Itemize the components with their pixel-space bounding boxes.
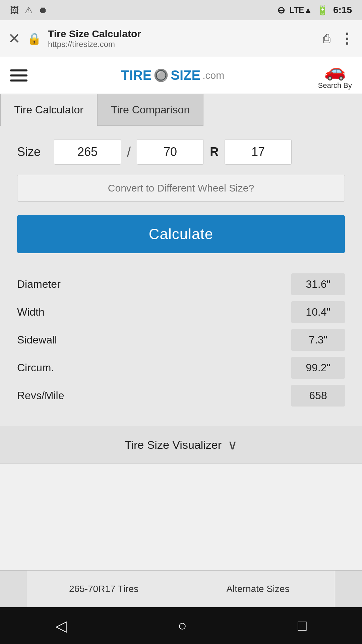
search-by-label: Search By [318, 81, 352, 90]
signal-icon: LTE▲ [290, 5, 312, 15]
revs-value: 658 [291, 385, 345, 407]
result-revs: Revs/Mile 658 [17, 385, 345, 407]
status-icons: 🖼 ⚠ ⏺ [10, 5, 47, 15]
clock: 6:15 [333, 5, 352, 15]
visualizer-row[interactable]: Tire Size Visualizer ∨ [0, 426, 362, 463]
result-width: Width 10.4" [17, 301, 345, 323]
share-icon[interactable]: ⎙ [323, 32, 330, 46]
result-diameter: Diameter 31.6" [17, 273, 345, 295]
recents-button[interactable]: □ [298, 617, 307, 634]
hamburger-menu[interactable] [10, 69, 27, 82]
bottom-tab-left-side [0, 571, 27, 607]
search-by-button[interactable]: 🚗 Search By [318, 61, 352, 90]
calculate-button[interactable]: Calculate [17, 215, 345, 253]
calculator-card: Tire Calculator Tire Comparison Size / R… [0, 94, 362, 464]
mute-icon: ⊖ [277, 5, 285, 16]
logo: TIRE 🔘 SIZE .com [121, 68, 224, 83]
browser-actions: ⎙ ⋮ [323, 30, 354, 47]
close-tab-button[interactable]: ✕ [8, 30, 20, 47]
content-spacer [0, 464, 362, 570]
more-menu-icon[interactable]: ⋮ [340, 30, 354, 47]
main-content: Tire Calculator Tire Comparison Size / R… [0, 94, 362, 607]
status-right: ⊖ LTE▲ 🔋 6:15 [277, 5, 352, 16]
tab-tire-calculator[interactable]: Tire Calculator [0, 94, 97, 126]
result-circum: Circum. 99.2" [17, 357, 345, 379]
bottom-tabs: 265-70R17 Tires Alternate Sizes [0, 570, 362, 607]
back-button[interactable]: ◁ [55, 617, 67, 634]
result-sidewall: Sidewall 7.3" [17, 329, 345, 351]
size-label: Size [17, 145, 44, 159]
lock-icon: 🔒 [27, 32, 41, 45]
app-header: TIRE 🔘 SIZE .com 🚗 Search By [0, 57, 362, 94]
width-value: 10.4" [291, 301, 345, 323]
bottom-tab-alternate[interactable]: Alternate Sizes [181, 571, 335, 607]
rim-diameter-input[interactable] [225, 139, 292, 165]
status-bar: 🖼 ⚠ ⏺ ⊖ LTE▲ 🔋 6:15 [0, 0, 362, 20]
browser-chrome: ✕ 🔒 Tire Size Calculator https://tiresiz… [0, 20, 362, 57]
record-icon: ⏺ [39, 5, 47, 15]
battery-icon: 🔋 [317, 5, 328, 16]
sidewall-label: Sidewall [17, 334, 57, 346]
browser-url: https://tiresize.com [48, 40, 316, 49]
car-icon: 🚗 [324, 61, 346, 81]
visualizer-label: Tire Size Visualizer [125, 438, 222, 451]
diameter-label: Diameter [17, 278, 61, 290]
circum-label: Circum. [17, 362, 54, 374]
width-input[interactable] [54, 139, 121, 165]
revs-label: Revs/Mile [17, 389, 64, 402]
aspect-ratio-input[interactable] [137, 139, 204, 165]
tab-tire-comparison[interactable]: Tire Comparison [97, 94, 203, 126]
warning-icon: ⚠ [25, 5, 33, 15]
convert-wheel-size-input[interactable] [17, 175, 345, 202]
logo-tire: TIRE [121, 68, 152, 83]
bottom-tab-right-side [335, 571, 362, 607]
size-input-row: Size / R [0, 126, 362, 171]
sidewall-value: 7.3" [291, 329, 345, 351]
logo-size: SIZE [171, 68, 200, 83]
logo-domain: .com [202, 70, 224, 81]
browser-title: Tire Size Calculator [48, 28, 316, 40]
nav-bar: ◁ ○ □ [0, 607, 362, 644]
browser-title-block: Tire Size Calculator https://tiresize.co… [48, 28, 316, 49]
logo-tire-icon: 🔘 [154, 68, 169, 83]
diameter-value: 31.6" [291, 273, 345, 295]
convert-row [0, 171, 362, 208]
tab-row: Tire Calculator Tire Comparison [0, 94, 362, 126]
r-label: R [210, 145, 219, 159]
width-label: Width [17, 306, 45, 318]
results-section: Diameter 31.6" Width 10.4" Sidewall 7.3"… [0, 263, 362, 426]
home-button[interactable]: ○ [178, 617, 187, 634]
circum-value: 99.2" [291, 357, 345, 379]
divider: / [127, 145, 131, 160]
calculate-row: Calculate [0, 208, 362, 263]
bottom-tab-tires[interactable]: 265-70R17 Tires [27, 571, 181, 607]
image-icon: 🖼 [10, 5, 19, 15]
chevron-down-icon: ∨ [228, 437, 237, 452]
